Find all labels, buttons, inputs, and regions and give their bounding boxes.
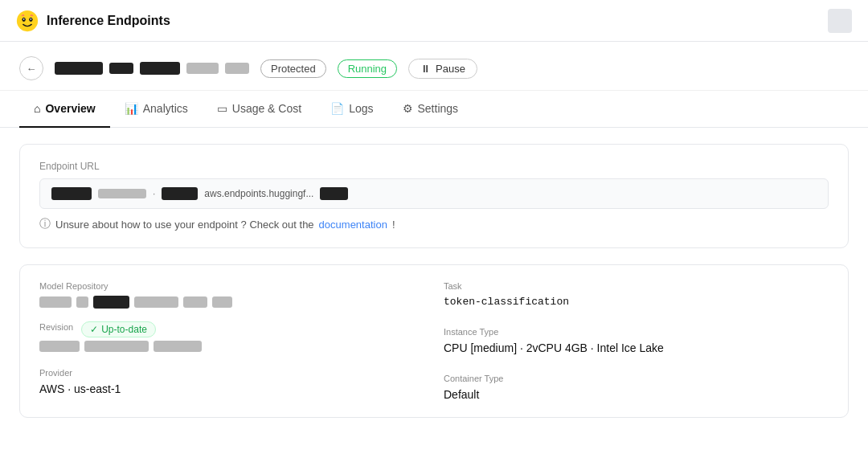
tab-overview-label: Overview — [45, 102, 95, 115]
instance-type-section: Instance Type CPU [medium] · 2vCPU 4GB ·… — [444, 327, 829, 354]
info-suffix: ! — [392, 219, 395, 231]
name-blur-1 — [55, 62, 103, 75]
repo-blur-5 — [212, 296, 232, 308]
task-label: Task — [444, 281, 829, 291]
logs-icon: 📄 — [330, 102, 344, 115]
back-button[interactable]: ← — [19, 56, 43, 80]
provider-label: Provider — [39, 368, 424, 378]
pause-button[interactable]: ⏸ Pause — [408, 59, 477, 79]
running-badge: Running — [338, 59, 397, 78]
app-title: Inference Endpoints — [47, 14, 170, 28]
tabs-bar: ⌂ Overview 📊 Analytics ▭ Usage & Cost 📄 … — [0, 91, 868, 128]
container-type-value: Default — [444, 388, 829, 401]
name-blur-2 — [109, 63, 133, 74]
repo-blur-3 — [134, 296, 178, 308]
revision-blurred — [39, 341, 424, 352]
endpoint-name — [55, 62, 249, 75]
revision-row: Revision ✓ Up-to-date — [39, 321, 424, 337]
top-bar-right-icon — [828, 9, 852, 33]
provider-value: AWS · us-east-1 — [39, 382, 424, 395]
settings-icon: ⚙ — [403, 102, 413, 115]
rev-blur-1 — [39, 341, 80, 352]
model-details-card: Model Repository Revision ✓ Up-to-date — [19, 264, 849, 418]
repo-blur-4 — [183, 296, 207, 308]
model-repo-blurred — [39, 296, 424, 309]
back-icon: ← — [27, 63, 37, 75]
left-column: Model Repository Revision ✓ Up-to-date — [39, 281, 424, 401]
details-grid: Model Repository Revision ✓ Up-to-date — [39, 281, 829, 401]
info-row: ⓘ Unsure about how to use your endpoint … — [39, 217, 829, 231]
top-bar: Inference Endpoints — [0, 0, 868, 42]
tab-logs[interactable]: 📄 Logs — [316, 91, 387, 128]
uptodate-label: Up-to-date — [101, 324, 147, 335]
protected-badge: Protected — [260, 59, 326, 78]
svg-point-0 — [17, 10, 38, 31]
rev-blur-3 — [154, 341, 202, 352]
name-blur-4 — [186, 63, 219, 74]
url-blur-2 — [98, 189, 146, 198]
repo-blur-2 — [93, 296, 129, 309]
model-repo-label: Model Repository — [39, 281, 424, 291]
tab-overview[interactable]: ⌂ Overview — [19, 91, 110, 128]
pause-icon: ⏸ — [420, 63, 431, 75]
info-icon: ⓘ — [39, 217, 51, 231]
check-icon: ✓ — [90, 324, 98, 335]
instance-type-value: CPU [medium] · 2vCPU 4GB · Intel Ice Lak… — [444, 341, 829, 354]
overview-icon: ⌂ — [34, 102, 40, 115]
tab-settings-label: Settings — [418, 102, 459, 115]
name-blur-3 — [140, 62, 180, 75]
endpoint-url-row: · aws.endpoints.huggingf... — [39, 178, 829, 209]
task-value: token-classification — [444, 296, 829, 308]
endpoint-url-card: Endpoint URL · aws.endpoints.huggingf...… — [19, 144, 849, 248]
endpoint-url-label: Endpoint URL — [39, 161, 829, 172]
container-type-label: Container Type — [444, 374, 829, 383]
url-blur-1 — [51, 187, 92, 200]
url-suffix: aws.endpoints.huggingf... — [204, 188, 313, 199]
repo-sep — [76, 296, 88, 308]
name-blur-5 — [225, 63, 249, 74]
tab-usage-cost-label: Usage & Cost — [232, 102, 301, 115]
url-dot: · — [153, 188, 155, 199]
instance-type-label: Instance Type — [444, 327, 829, 337]
huggingface-logo — [16, 10, 39, 32]
url-blur-4 — [320, 187, 348, 200]
url-blur-3 — [162, 187, 198, 200]
tab-settings[interactable]: ⚙ Settings — [388, 91, 473, 128]
repo-blur-1 — [39, 296, 72, 308]
container-type-section: Container Type Default — [444, 374, 829, 401]
usage-cost-icon: ▭ — [217, 102, 227, 115]
tab-analytics[interactable]: 📊 Analytics — [110, 91, 203, 128]
svg-point-4 — [31, 18, 32, 19]
tab-usage-cost[interactable]: ▭ Usage & Cost — [203, 91, 316, 128]
revision-label: Revision — [39, 322, 73, 332]
pause-label: Pause — [436, 63, 465, 75]
top-bar-left: Inference Endpoints — [16, 10, 170, 32]
endpoint-header: ← Protected Running ⏸ Pause — [0, 42, 868, 91]
tab-analytics-label: Analytics — [143, 102, 188, 115]
documentation-link[interactable]: documentation — [319, 219, 387, 231]
tab-logs-label: Logs — [349, 102, 373, 115]
provider-section: Provider AWS · us-east-1 — [39, 368, 424, 395]
uptodate-badge: ✓ Up-to-date — [81, 321, 156, 337]
analytics-icon: 📊 — [125, 102, 138, 115]
svg-point-3 — [23, 18, 25, 19]
info-text: Unsure about how to use your endpoint ? … — [55, 219, 314, 231]
rev-blur-2 — [84, 341, 149, 352]
right-column: Task token-classification Instance Type … — [444, 281, 829, 401]
